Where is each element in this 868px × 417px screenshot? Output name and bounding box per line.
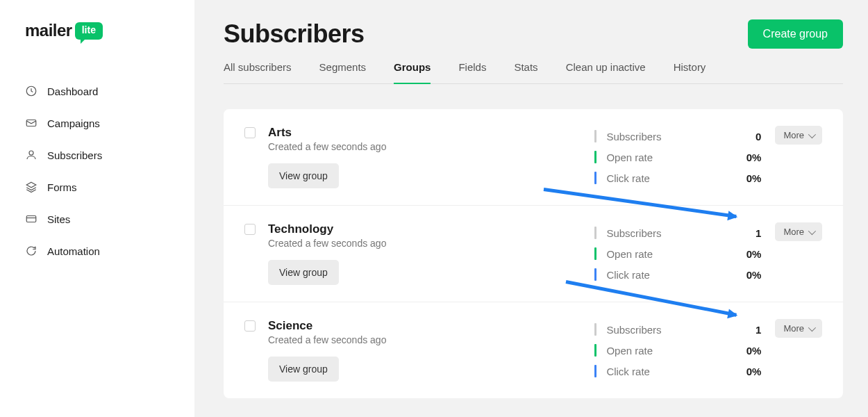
groups-card: Arts Created a few seconds ago View grou…: [224, 109, 843, 398]
group-created: Created a few seconds ago: [268, 334, 594, 345]
group-checkbox[interactable]: [244, 224, 256, 235]
tab-stats[interactable]: Stats: [514, 61, 537, 84]
group-created: Created a few seconds ago: [268, 238, 594, 249]
stat-label-open-rate: Open rate: [606, 345, 746, 357]
stat-bar-icon: [594, 365, 596, 377]
svg-rect-3: [26, 216, 36, 222]
stat-bar-icon: [594, 151, 596, 163]
stat-bar-icon: [594, 130, 596, 142]
tab-segments[interactable]: Segments: [319, 61, 367, 84]
sidebar-item-label: Sites: [47, 213, 70, 225]
stat-bar-icon: [594, 247, 596, 260]
refresh-icon: [25, 245, 37, 257]
stat-value-subscribers: 0: [756, 131, 761, 142]
clock-icon: [25, 85, 37, 97]
more-label: More: [783, 130, 804, 140]
sidebar-item-campaigns[interactable]: Campaigns: [25, 107, 194, 139]
chevron-down-icon: [808, 130, 816, 138]
tab-fields[interactable]: Fields: [458, 61, 486, 84]
sidebar-item-label: Subscribers: [47, 149, 102, 161]
stat-label-open-rate: Open rate: [606, 152, 746, 163]
sidebar-item-subscribers[interactable]: Subscribers: [25, 139, 194, 171]
more-button[interactable]: More: [775, 222, 822, 241]
more-button[interactable]: More: [775, 319, 822, 338]
page-title: Subscribers: [224, 19, 365, 49]
chevron-down-icon: [808, 227, 816, 234]
stat-value-open-rate: 0%: [746, 248, 762, 260]
more-button[interactable]: More: [775, 126, 822, 145]
stat-value-subscribers: 1: [756, 227, 761, 239]
sidebar-item-automation[interactable]: Automation: [25, 235, 194, 267]
group-name[interactable]: Arts: [268, 126, 594, 140]
tab-groups[interactable]: Groups: [394, 61, 431, 84]
group-name[interactable]: Science: [268, 319, 594, 333]
sidebar-item-sites[interactable]: Sites: [25, 203, 194, 235]
sidebar-item-label: Automation: [47, 245, 100, 257]
stat-label-open-rate: Open rate: [606, 248, 746, 260]
sidebar-item-dashboard[interactable]: Dashboard: [25, 75, 194, 107]
stat-label-click-rate: Click rate: [606, 269, 746, 281]
create-group-button[interactable]: Create group: [748, 19, 843, 49]
stat-value-click-rate: 0%: [746, 172, 762, 184]
logo[interactable]: mailer lite: [25, 21, 194, 40]
svg-point-2: [29, 151, 33, 155]
group-checkbox[interactable]: [244, 320, 256, 332]
layers-icon: [25, 181, 37, 193]
tab-clean-up-inactive[interactable]: Clean up inactive: [566, 61, 646, 84]
main-content: Subscribers Create group All subscribers…: [194, 0, 868, 417]
group-row: Science Created a few seconds ago View g…: [224, 302, 843, 398]
tabs: All subscribersSegmentsGroupsFieldsStats…: [224, 61, 843, 84]
stat-bar-icon: [594, 172, 596, 184]
group-row: Technology Created a few seconds ago Vie…: [224, 206, 843, 302]
group-created: Created a few seconds ago: [268, 141, 594, 152]
stat-bar-icon: [594, 344, 596, 357]
logo-badge: lite: [75, 22, 103, 40]
stat-bar-icon: [594, 268, 596, 281]
logo-word: mailer: [25, 21, 72, 40]
tab-all-subscribers[interactable]: All subscribers: [224, 61, 292, 84]
stat-bar-icon: [594, 227, 596, 239]
group-name[interactable]: Technology: [268, 222, 594, 236]
more-label: More: [783, 227, 804, 237]
stat-value-subscribers: 1: [756, 324, 761, 336]
stat-value-open-rate: 0%: [746, 152, 762, 163]
stat-value-click-rate: 0%: [746, 269, 762, 281]
stat-label-subscribers: Subscribers: [606, 131, 756, 142]
view-group-button[interactable]: View group: [268, 163, 339, 188]
group-checkbox[interactable]: [244, 127, 256, 138]
sidebar-item-label: Dashboard: [47, 85, 98, 97]
stat-label-click-rate: Click rate: [606, 172, 746, 184]
view-group-button[interactable]: View group: [268, 357, 339, 382]
user-icon: [25, 149, 37, 161]
stat-label-click-rate: Click rate: [606, 366, 746, 377]
sidebar: mailer lite Dashboard Campaigns Subscr: [0, 0, 194, 417]
chevron-down-icon: [808, 323, 816, 331]
sidebar-item-label: Forms: [47, 181, 77, 193]
stat-label-subscribers: Subscribers: [606, 227, 756, 239]
more-label: More: [783, 323, 804, 334]
svg-rect-1: [26, 120, 36, 126]
mail-icon: [25, 117, 37, 129]
stat-value-open-rate: 0%: [746, 345, 762, 357]
group-row: Arts Created a few seconds ago View grou…: [224, 109, 843, 206]
view-group-button[interactable]: View group: [268, 260, 339, 285]
credit-card-icon: [25, 213, 37, 225]
stat-value-click-rate: 0%: [746, 366, 762, 377]
sidebar-item-forms[interactable]: Forms: [25, 171, 194, 203]
tab-history[interactable]: History: [674, 61, 706, 84]
stat-bar-icon: [594, 323, 596, 336]
sidebar-item-label: Campaigns: [47, 117, 100, 129]
stat-label-subscribers: Subscribers: [606, 324, 756, 336]
